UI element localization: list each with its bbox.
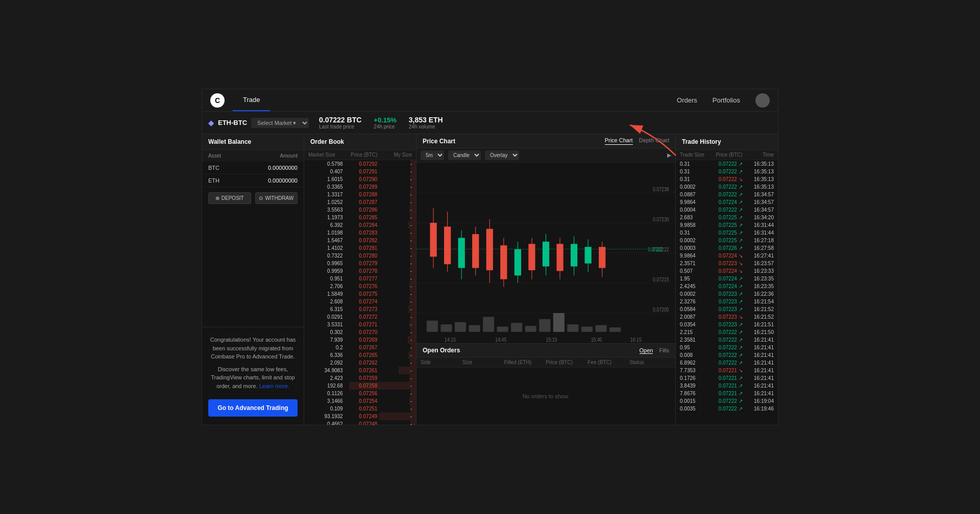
ob-price: 0.07251 <box>343 406 378 412</box>
ob-size: 0.0291 <box>308 314 343 320</box>
chart-expand-icon[interactable]: ▶ <box>667 152 671 159</box>
ob-mysize: - <box>377 245 412 251</box>
trade-row: 0.0002 0.07222 ↗ 16:35:13 <box>676 183 778 191</box>
trade-time: 16:27:41 <box>743 253 774 259</box>
trade-price: 0.07222 ↗ <box>711 406 742 412</box>
learn-more-link[interactable]: Learn more. <box>259 383 289 389</box>
timeframe-select[interactable]: 5m <box>421 150 444 160</box>
price-change: +0.15% <box>374 116 396 124</box>
tab-depth-chart[interactable]: Depth Chart <box>639 137 669 145</box>
deposit-button[interactable]: ⊕ DEPOSIT <box>208 192 251 204</box>
avatar[interactable] <box>755 93 770 108</box>
ob-row[interactable]: 2.706 0.07276 - <box>304 282 416 290</box>
ob-price: 0.07269 <box>343 337 378 343</box>
nav-portfolios[interactable]: Portfolios <box>713 96 740 104</box>
ob-row[interactable]: 1.0252 0.07287 - <box>304 198 416 206</box>
overlay-select[interactable]: Overlay <box>485 150 519 160</box>
ob-row[interactable]: 3.5563 0.07286 - <box>304 206 416 214</box>
trade-time: 16:34:57 <box>743 199 774 205</box>
trade-row: 2.3581 0.07222 ↗ 16:21:41 <box>676 336 778 344</box>
svg-rect-24 <box>500 245 507 279</box>
ob-row[interactable]: 0.4662 0.07248 - <box>304 420 416 425</box>
advanced-trading-button[interactable]: Go to Advanced Trading <box>208 399 298 417</box>
ob-row[interactable]: 0.3365 0.07289 - <box>304 183 416 191</box>
select-market-dropdown[interactable]: Select Market ▾ <box>251 118 309 128</box>
ob-mysize: - <box>377 238 412 243</box>
ob-row[interactable]: 3.5331 0.07271 - <box>304 321 416 328</box>
ob-price: 0.07288 <box>343 192 378 197</box>
svg-text:0.07215: 0.07215 <box>653 276 669 282</box>
asset-row: BTC0.00000000 <box>202 162 304 174</box>
svg-text:15:15: 15:15 <box>546 337 557 343</box>
ob-row[interactable]: 93.1932 0.07249 - <box>304 413 416 420</box>
trade-size: 0.0015 <box>680 398 711 404</box>
oo-col-filled: Filled (ETH) <box>504 359 546 365</box>
ob-size: 0.109 <box>308 406 343 412</box>
ob-row[interactable]: 6.392 0.07284 - <box>304 221 416 229</box>
ob-row[interactable]: 1.5849 0.07275 - <box>304 290 416 298</box>
ob-row[interactable]: 0.0291 0.07272 - <box>304 313 416 321</box>
ob-mysize: - <box>377 398 412 404</box>
ob-price: 0.07276 <box>343 284 378 289</box>
ob-row[interactable]: 0.109 0.07251 - <box>304 405 416 413</box>
ob-row[interactable]: 192.68 0.07258 - <box>304 382 416 390</box>
trade-time: 16:19:04 <box>743 398 774 404</box>
ob-row[interactable]: 1.3317 0.07288 - <box>304 191 416 198</box>
svg-rect-41 <box>455 322 466 332</box>
volume-item: 3,853 ETH 24h volume <box>409 116 443 130</box>
ob-row[interactable]: 0.302 0.07270 - <box>304 328 416 336</box>
ob-price: 0.07279 <box>343 261 378 266</box>
ob-row[interactable]: 2.608 0.07274 - <box>304 298 416 305</box>
ob-row[interactable]: 1.4102 0.07281 - <box>304 244 416 252</box>
ob-row[interactable]: 34.9083 0.07261 - <box>304 367 416 374</box>
ob-size: 0.9959 <box>308 268 343 274</box>
svg-rect-20 <box>472 234 479 268</box>
ob-price: 0.07262 <box>343 360 378 366</box>
ob-row[interactable]: 1.0198 0.07283 - <box>304 229 416 237</box>
change-label: 24h price <box>374 124 396 130</box>
trade-time: 16:35:13 <box>743 169 774 174</box>
ob-price: 0.07273 <box>343 306 378 312</box>
market-pair: ◆ ETH-BTC Select Market ▾ <box>208 118 309 128</box>
ob-row[interactable]: 2.423 0.07259 - <box>304 374 416 382</box>
th-col-size: Trade Size <box>680 152 711 158</box>
ob-row[interactable]: 1.5467 0.07282 - <box>304 237 416 244</box>
ob-mysize: - <box>377 161 412 167</box>
ob-row[interactable]: 6.315 0.07273 - <box>304 305 416 313</box>
tab-fills[interactable]: Fills <box>659 347 669 354</box>
ob-row[interactable]: 0.7322 0.07280 - <box>304 252 416 260</box>
ob-row[interactable]: 0.2 0.07267 - <box>304 344 416 351</box>
ob-row[interactable]: 7.939 0.07269 - <box>304 336 416 344</box>
trade-time: 16:21:41 <box>743 345 774 350</box>
chart-type-select[interactable]: Candle <box>448 150 481 160</box>
ob-row[interactable]: 0.9959 0.07278 - <box>304 267 416 275</box>
ob-row[interactable]: 1.1973 0.07285 - <box>304 214 416 221</box>
ob-row[interactable]: 0.5798 0.07292 - <box>304 160 416 168</box>
ob-row[interactable]: 0.1126 0.07256 - <box>304 390 416 397</box>
svg-rect-18 <box>458 238 465 268</box>
ob-mysize: - <box>377 253 412 259</box>
tab-trade[interactable]: Trade <box>233 89 270 111</box>
ob-size: 2.706 <box>308 284 343 289</box>
tab-open[interactable]: Open <box>640 347 653 354</box>
ob-row[interactable]: 1.6015 0.07290 - <box>304 175 416 183</box>
trade-price: 0.07225 ↗ <box>711 238 742 243</box>
ob-row[interactable]: 2.092 0.07262 - <box>304 359 416 367</box>
withdraw-button[interactable]: ⊙ WITHDRAW <box>255 192 298 204</box>
price-chart-svg: 0.07238 0.07230 0.07222 0.07215 0.07205 … <box>416 163 675 343</box>
ob-row[interactable]: 0.407 0.07291 - <box>304 168 416 175</box>
ob-row[interactable]: 0.9965 0.07279 - <box>304 260 416 267</box>
ob-row[interactable]: 3.1466 0.07254 - <box>304 397 416 405</box>
ob-row[interactable]: 6.336 0.07265 - <box>304 351 416 359</box>
nav-orders[interactable]: Orders <box>677 96 697 104</box>
trade-size: 2.683 <box>680 215 711 220</box>
ob-price: 0.07265 <box>343 352 378 358</box>
tab-price-chart[interactable]: Price Chart <box>605 137 633 145</box>
sub-header: ◆ ETH-BTC Select Market ▾ 0.07222 BTC La… <box>202 112 778 134</box>
trade-price: 0.07222 ↗ <box>711 207 742 213</box>
ob-row[interactable]: 0.951 0.07277 - <box>304 275 416 282</box>
trade-price: 0.07221 ↗ <box>711 375 742 381</box>
nav-tabs: Trade <box>233 89 677 111</box>
trade-size: 0.507 <box>680 268 711 274</box>
trade-price: 0.07222 ↗ <box>711 329 742 335</box>
